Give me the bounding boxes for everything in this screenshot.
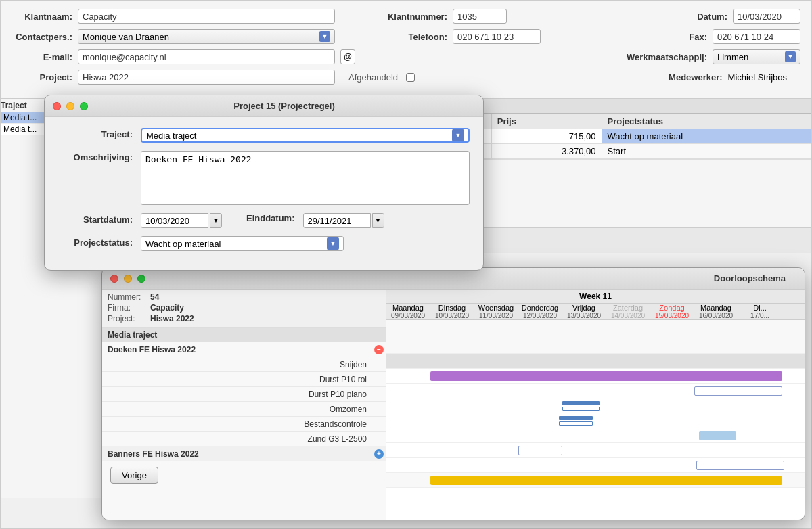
schema-info-firma: Firma: Capacity — [108, 303, 380, 313]
klantnaam-input[interactable] — [78, 9, 335, 24]
schema-close-button[interactable] — [110, 275, 118, 283]
traject-select[interactable]: Media traject ▼ — [141, 128, 470, 143]
grid-cell-o-4 — [518, 429, 562, 442]
grid-cell-info-2 — [430, 330, 474, 344]
maximize-button[interactable] — [80, 102, 88, 110]
fax-group: Fax: — [646, 29, 800, 44]
schema-grid: Week 11 Maandag 09/03/2020 Dinsdag 10/03… — [386, 290, 805, 520]
schema-row-durst-plano: Durst P10 plano — [102, 387, 386, 402]
schema-vorige-button[interactable]: Vorige — [110, 467, 158, 484]
schema-label-banners: Banners FE Hiswa 2022 — [102, 448, 372, 460]
schema-titlebar: Doorloopschema — [102, 268, 805, 290]
week-header: Week 11 — [386, 290, 805, 304]
omschrijving-textarea[interactable]: Doeken FE Hiswa 2022 — [141, 151, 470, 205]
klantnaam-label: Klantnaam: — [12, 12, 72, 22]
blue-bar-top-durst-rol — [562, 401, 600, 405]
day-date-thu: 12/03/2020 — [518, 312, 562, 319]
form-row-4: Project: Afgehandeld Medewerker: Michiel… — [12, 70, 800, 85]
schema-title: Doorloopschema — [151, 273, 796, 283]
grid-cell-s-3 — [474, 384, 518, 398]
yellow-bar-banners — [430, 476, 782, 485]
dialog-projectstatus-label: Projectstatus: — [58, 236, 133, 248]
grid-row-durst-plano — [386, 413, 805, 428]
grid-cell-z-2 — [430, 459, 474, 472]
schema-maximize-button[interactable] — [137, 275, 145, 283]
close-button[interactable] — [53, 102, 61, 110]
schema-nummer-label: Nummer: — [108, 292, 145, 302]
grid-cell-b-1 — [386, 444, 430, 457]
schema-icon-doeken[interactable]: − — [372, 345, 386, 354]
dialog-traject-row: Traject: Media traject ▼ — [58, 128, 470, 143]
startdatum-picker-icon[interactable]: ▼ — [210, 213, 222, 228]
schema-label-durst-plano: Durst P10 plano — [102, 388, 372, 400]
grid-row-section-media — [386, 354, 805, 369]
form-row-2: Contactpers.: Monique van Draanen ▼ Tele… — [12, 29, 800, 44]
day-name-tue: Dinsdag — [430, 304, 474, 312]
grid-cell-info-3 — [474, 330, 518, 344]
grid-cell-dp-2 — [430, 414, 474, 428]
einddatum-picker-icon[interactable]: ▼ — [372, 213, 384, 228]
grid-cell-dp-9 — [738, 414, 782, 428]
cell-prijs-1: 715,00 — [491, 129, 602, 144]
red-minus-icon[interactable]: − — [374, 345, 384, 354]
schema-project-value: Hiswa 2022 — [150, 314, 194, 323]
blue-plus-icon[interactable]: + — [374, 449, 384, 459]
telefoon-input[interactable] — [453, 29, 541, 44]
blue-bar-bottom-durst-plano — [559, 421, 593, 426]
email-input[interactable] — [78, 49, 335, 64]
klantnummer-input[interactable] — [453, 9, 507, 24]
day-date-fri: 13/03/2020 — [562, 312, 606, 319]
grid-cell-doeken-1 — [386, 369, 430, 383]
project-input[interactable] — [78, 70, 335, 85]
grid-cell-dr-2 — [430, 399, 474, 413]
minimize-button[interactable] — [66, 102, 74, 110]
einddatum-input[interactable] — [303, 213, 371, 228]
grid-cell-z-3 — [474, 459, 518, 472]
grid-cell-dr-9 — [738, 399, 782, 413]
grid-row-banners — [386, 473, 805, 488]
day-col-sun: Zondag 15/03/2020 — [650, 304, 694, 319]
grid-cell-dp-4 — [518, 414, 562, 428]
grid-cell-o-9 — [738, 429, 782, 442]
schema-minimize-button[interactable] — [124, 275, 132, 283]
grid-cell-dr-3 — [474, 399, 518, 413]
blue-bar-bottom-durst-rol — [562, 407, 600, 411]
datum-label: Datum: — [667, 12, 727, 22]
grid-row-info — [386, 320, 805, 354]
projectstatus-select[interactable]: Wacht op materiaal ▼ — [141, 236, 344, 251]
schema-row-bestandscontrole: Bestandscontrole — [102, 417, 386, 432]
grid-cell-dp-7 — [650, 414, 694, 428]
grid-cell-dr-8 — [694, 399, 738, 413]
grid-cell-info-4 — [518, 330, 562, 344]
werkmaatschappij-label: Werkmaatschappij: — [619, 52, 707, 62]
fax-input[interactable] — [713, 29, 800, 44]
datum-input[interactable] — [733, 9, 800, 24]
email-icon[interactable]: @ — [340, 49, 355, 64]
grid-cell-b-8 — [694, 444, 738, 457]
grid-rows — [386, 320, 805, 488]
schema-label-bestandscontrole: Bestandscontrole — [102, 418, 372, 430]
datum-group: Datum: — [667, 9, 800, 24]
contactpers-arrow-icon: ▼ — [319, 31, 330, 42]
werkmaatschappij-dropdown[interactable]: Limmen ▼ — [713, 49, 800, 64]
schema-icon-banners[interactable]: + — [372, 449, 386, 459]
day-name-sat: Zaterdag — [606, 304, 650, 312]
contactpers-dropdown[interactable]: Monique van Draanen ▼ — [78, 29, 335, 44]
schema-row-zund: Zund G3 L-2500 — [102, 432, 386, 446]
schema-firma-value: Capacity — [150, 303, 184, 313]
startdatum-input[interactable] — [141, 213, 208, 228]
cell-status-2: Start — [602, 144, 811, 159]
grid-row-omzomen — [386, 428, 805, 443]
top-form: Klantnaam: Klantnummer: Datum: Contactpe… — [1, 1, 811, 99]
grid-row-bestandscontrole — [386, 443, 805, 458]
day-col-mon1: Maandag 09/03/2020 — [386, 304, 430, 319]
day-name-thu: Donderdag — [518, 304, 562, 312]
grid-cell-info-8 — [694, 330, 738, 344]
schema-window: Doorloopschema Nummer: 54 Firma: Capacit… — [102, 267, 805, 520]
day-name-tue2: Di... — [738, 304, 782, 312]
afgehandeld-checkbox[interactable] — [406, 73, 415, 82]
grid-cell-b-5 — [562, 444, 606, 457]
startdatum-group: ▼ — [141, 213, 222, 228]
schema-row-banners: Banners FE Hiswa 2022 + — [102, 446, 386, 461]
day-col-fri: Vrijdag 13/03/2020 — [562, 304, 606, 319]
